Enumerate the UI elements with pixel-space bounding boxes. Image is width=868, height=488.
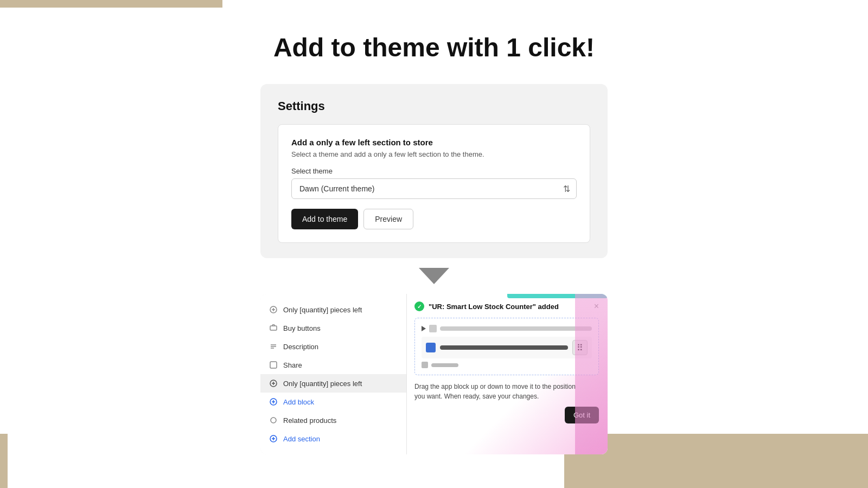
preview-row-3 bbox=[422, 362, 592, 368]
preview-icon-rect bbox=[429, 325, 437, 332]
sidebar-label: Add block bbox=[283, 398, 314, 406]
block-preview: ⠿ bbox=[414, 318, 599, 375]
notification-panel: ✓ "UR: Smart Low Stock Counter" added × bbox=[407, 294, 608, 454]
preview-dark-text-line bbox=[440, 345, 568, 350]
notification-title-text: "UR: Smart Low Stock Counter" added bbox=[429, 303, 559, 311]
expand-icon bbox=[422, 326, 426, 331]
theme-sidebar: Only [quantity] pieces left Buy buttons … bbox=[260, 294, 407, 454]
page-content: Add to theme with 1 click! Settings Add … bbox=[0, 0, 868, 488]
buy-icon bbox=[269, 324, 278, 332]
sidebar-item-add-block[interactable]: Add block bbox=[260, 393, 406, 411]
add-to-theme-button[interactable]: Add to theme bbox=[291, 209, 358, 229]
preview-button[interactable]: Preview bbox=[363, 209, 413, 229]
sidebar-label: Buy buttons bbox=[283, 324, 321, 332]
description-icon bbox=[269, 342, 278, 351]
sidebar-item-add-section[interactable]: Add section bbox=[260, 429, 406, 448]
sidebar-label: Only [quantity] pieces left bbox=[283, 380, 362, 388]
button-row: Add to theme Preview bbox=[291, 209, 577, 229]
settings-title: Settings bbox=[278, 99, 590, 113]
add-section-icon bbox=[269, 434, 278, 443]
notification-header: ✓ "UR: Smart Low Stock Counter" added × bbox=[414, 301, 599, 311]
notification-title: ✓ "UR: Smart Low Stock Counter" added bbox=[414, 301, 559, 311]
pink-accent-bar bbox=[575, 294, 608, 454]
preview-row-2: ⠿ bbox=[422, 337, 592, 358]
block-icon-active bbox=[269, 379, 278, 388]
check-circle-icon: ✓ bbox=[414, 301, 424, 311]
svg-point-14 bbox=[271, 418, 276, 423]
sidebar-label: Add section bbox=[283, 435, 320, 443]
settings-card: Settings Add a only a few left section t… bbox=[260, 84, 608, 258]
sidebar-label: Description bbox=[283, 343, 318, 351]
preview-small-block bbox=[422, 362, 428, 368]
notification-desc: Drag the app block up or down to move it… bbox=[414, 382, 599, 401]
svg-rect-7 bbox=[270, 362, 277, 368]
preview-text-line bbox=[440, 326, 592, 331]
arrow-down-icon bbox=[419, 268, 449, 284]
block-icon bbox=[269, 305, 278, 314]
bottom-panel: Only [quantity] pieces left Buy buttons … bbox=[260, 294, 608, 454]
sidebar-item-related-products[interactable]: Related products bbox=[260, 411, 406, 429]
sidebar-label: Related products bbox=[283, 416, 336, 425]
sidebar-item-description[interactable]: Description bbox=[260, 337, 406, 356]
select-label: Select theme bbox=[291, 167, 577, 175]
sidebar-label: Share bbox=[283, 361, 302, 369]
sidebar-item-share[interactable]: Share bbox=[260, 356, 406, 374]
section-desc: Select a theme and add a only a few left… bbox=[291, 150, 577, 158]
preview-row-1 bbox=[422, 325, 592, 332]
theme-select[interactable]: Dawn (Current theme) bbox=[291, 178, 577, 199]
sidebar-item-only-qty-2[interactable]: Only [quantity] pieces left bbox=[260, 374, 406, 393]
sidebar-item-only-qty-1[interactable]: Only [quantity] pieces left bbox=[260, 300, 406, 319]
section-subtitle: Add a only a few left section to store bbox=[291, 138, 577, 147]
preview-blue-block bbox=[426, 343, 436, 352]
add-block-icon bbox=[269, 397, 278, 406]
settings-inner: Add a only a few left section to store S… bbox=[278, 124, 590, 243]
svg-rect-3 bbox=[270, 326, 277, 330]
page-title: Add to theme with 1 click! bbox=[273, 33, 595, 62]
sidebar-label: Only [quantity] pieces left bbox=[283, 306, 362, 314]
select-wrapper: Dawn (Current theme) ⇅ bbox=[291, 178, 577, 199]
share-icon bbox=[269, 361, 278, 369]
preview-short-text-line bbox=[431, 363, 458, 367]
related-products-icon bbox=[269, 416, 278, 425]
sidebar-item-buy-buttons[interactable]: Buy buttons bbox=[260, 319, 406, 337]
